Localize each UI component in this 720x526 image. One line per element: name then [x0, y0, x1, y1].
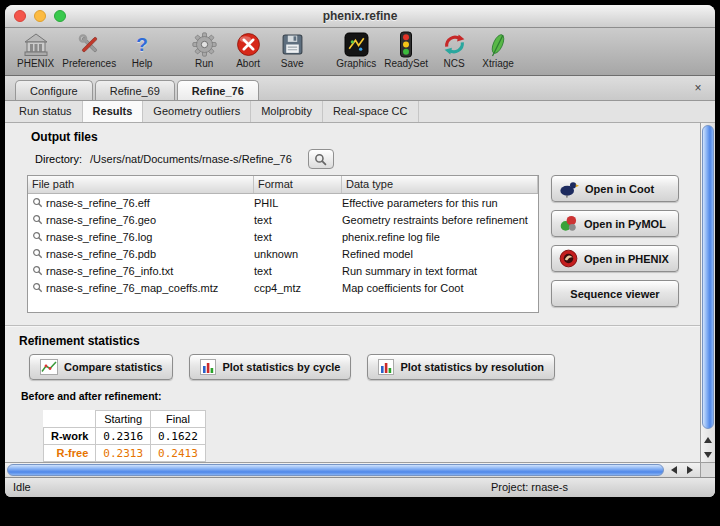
close-window-button[interactable] [14, 10, 26, 22]
titlebar[interactable]: phenix.refine [5, 5, 715, 28]
stat-starting-value: 0.2316 [96, 428, 151, 445]
toolbar-button-graphics[interactable]: Graphics [332, 30, 380, 71]
subtab-results[interactable]: Results [83, 101, 144, 122]
scroll-down-arrow[interactable] [701, 447, 715, 462]
toolbar-button-readyset[interactable]: ReadySet [380, 30, 432, 71]
abort-icon [236, 31, 261, 58]
minimize-window-button[interactable] [34, 10, 46, 22]
stats-header-row: Starting Final [44, 411, 206, 428]
phenix-refine-window: phenix.refine PHENIX [5, 5, 715, 497]
section-divider [5, 325, 700, 327]
toolbar-button-abort[interactable]: Abort [226, 30, 270, 71]
vertical-scrollbar[interactable] [700, 123, 715, 462]
scroll-up-arrow[interactable] [701, 432, 715, 447]
subtab-molprobity[interactable]: Molprobity [251, 101, 323, 122]
tab-configure[interactable]: Configure [15, 80, 93, 100]
toolbar-label: Preferences [62, 58, 116, 70]
graphics-icon [344, 31, 369, 58]
run-gear-icon [192, 31, 217, 58]
toolbar-button-help[interactable]: ? Help [120, 30, 164, 71]
results-subtabs: Run status Results Geometry outliers Mol… [5, 101, 715, 123]
before-after-caption: Before and after refinement: [21, 390, 700, 402]
window-title: phenix.refine [5, 5, 715, 27]
table-row[interactable]: rnase-s_refine_76.pdb unknown Refined mo… [28, 245, 538, 262]
tab-refine-69[interactable]: Refine_69 [95, 80, 175, 100]
subtab-run-status[interactable]: Run status [9, 101, 83, 122]
traffic-light-icon [398, 31, 414, 58]
ncs-symmetry-icon [442, 31, 467, 58]
open-in-coot-button[interactable]: Open in Coot [551, 175, 679, 202]
column-header-data-type[interactable]: Data type [342, 176, 538, 193]
table-row[interactable]: rnase-s_refine_76.log text phenix.refine… [28, 228, 538, 245]
table-header[interactable]: File path Format Data type [28, 176, 538, 194]
file-path-cell: rnase-s_refine_76.geo [46, 214, 254, 226]
plot-by-cycle-button[interactable]: Plot statistics by cycle [189, 354, 351, 380]
action-label: Open in Coot [585, 183, 654, 195]
compare-statistics-button[interactable]: Compare statistics [29, 354, 173, 380]
plot-by-resolution-button[interactable]: Plot statistics by resolution [367, 354, 555, 380]
close-tab-icon[interactable]: × [691, 81, 705, 95]
file-path-cell: rnase-s_refine_76_info.txt [46, 265, 254, 277]
toolbar-button-xtriage[interactable]: Xtriage [476, 30, 520, 71]
stat-starting-value: 0.2313 [96, 445, 151, 462]
horizontal-scrollbar-thumb[interactable] [7, 464, 664, 476]
format-cell: PHIL [254, 197, 342, 209]
sequence-viewer-button[interactable]: Sequence viewer [551, 280, 679, 307]
coot-bird-icon [559, 180, 579, 198]
column-header-final: Final [151, 411, 206, 428]
vertical-scrollbar-thumb[interactable] [702, 125, 714, 429]
toolbar-button-run[interactable]: Run [182, 30, 226, 71]
scroll-right-arrow[interactable] [682, 463, 698, 477]
blank-cell [44, 411, 96, 428]
table-row[interactable]: rnase-s_refine_76_info.txt text Run summ… [28, 262, 538, 279]
toolbar-label: PHENIX [17, 58, 54, 70]
project-label: Project: rnase-s [491, 481, 568, 493]
refinement-statistics-heading: Refinement statistics [19, 334, 700, 348]
toolbar-label: Save [281, 58, 304, 70]
file-path-cell: rnase-s_refine_76.eff [46, 197, 254, 209]
browse-directory-button[interactable] [308, 149, 334, 169]
output-files-table[interactable]: File path Format Data type rnase-s_refin… [27, 175, 539, 313]
xtriage-feather-icon [487, 31, 509, 58]
table-row[interactable]: rnase-s_refine_76.geo text Geometry rest… [28, 211, 538, 228]
table-row[interactable]: rnase-s_refine_76.eff PHIL Effective par… [28, 194, 538, 211]
statistics-buttons: Compare statistics Plot statistics by cy… [29, 354, 700, 380]
help-icon: ? [136, 31, 148, 58]
file-path-cell: rnase-s_refine_76_map_coeffs.mtz [46, 282, 254, 294]
search-icon [314, 153, 327, 166]
toolbar-button-phenix[interactable]: PHENIX [13, 30, 58, 71]
open-in-pymol-button[interactable]: Open in PyMOL [551, 210, 679, 237]
toolbar-button-save[interactable]: Save [270, 30, 314, 71]
refinement-stats-table: Starting Final R-work 0.2316 0.1622 R-fr… [43, 410, 206, 462]
table-row[interactable]: rnase-s_refine_76_map_coeffs.mtz ccp4_mt… [28, 279, 538, 296]
toolbar-button-preferences[interactable]: Preferences [58, 30, 120, 71]
subtab-geometry-outliers[interactable]: Geometry outliers [143, 101, 251, 122]
scroll-left-arrow[interactable] [666, 463, 682, 477]
toolbar-button-ncs[interactable]: NCS [432, 30, 476, 71]
line-chart-icon [40, 359, 58, 375]
subtab-real-space-cc[interactable]: Real-space CC [323, 101, 419, 122]
stat-label: R-work [44, 428, 96, 445]
magnifier-icon [28, 231, 46, 242]
toolbar-label: Help [132, 58, 153, 70]
column-header-starting: Starting [96, 411, 151, 428]
magnifier-icon [28, 248, 46, 259]
directory-path: /Users/nat/Documents/rnase-s/Refine_76 [90, 153, 292, 165]
preferences-tools-icon [77, 31, 102, 58]
magnifier-icon [28, 265, 46, 276]
directory-label: Directory: [35, 153, 82, 165]
status-text: Idle [13, 481, 31, 493]
column-header-format[interactable]: Format [254, 176, 342, 193]
format-cell: text [254, 214, 342, 226]
zoom-window-button[interactable] [54, 10, 66, 22]
traffic-lights [14, 10, 66, 22]
phenix-home-icon [23, 31, 49, 58]
stat-final-value: 0.2413 [151, 445, 206, 462]
tab-refine-76[interactable]: Refine_76 [177, 80, 259, 100]
column-header-file-path[interactable]: File path [28, 176, 254, 193]
horizontal-scrollbar[interactable] [5, 462, 700, 477]
horizontal-scroll-arrows [666, 463, 698, 477]
toolbar-label: Run [195, 58, 213, 70]
magnifier-icon [28, 282, 46, 293]
open-in-phenix-button[interactable]: Open in PHENIX [551, 245, 679, 272]
